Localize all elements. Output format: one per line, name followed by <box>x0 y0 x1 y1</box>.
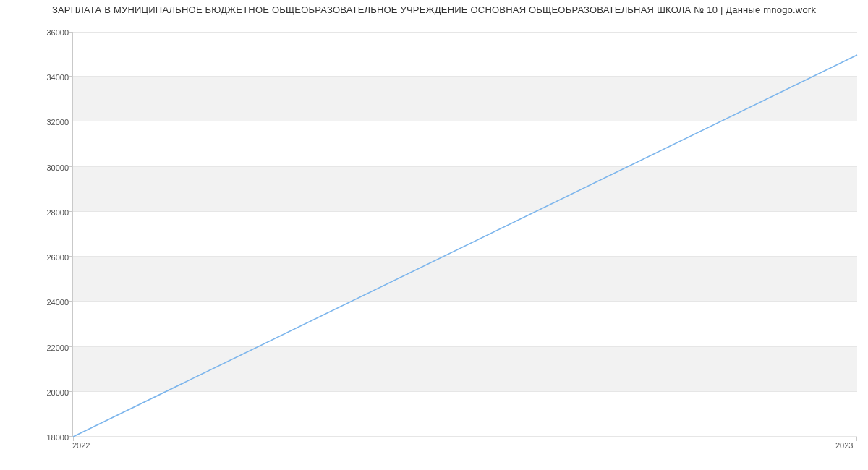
y-tick-label: 36000 <box>11 28 69 37</box>
y-tick-label: 32000 <box>11 118 69 127</box>
y-tick-label: 26000 <box>11 253 69 262</box>
x-tick-label: 2023 <box>835 441 853 450</box>
chart-container: ЗАРПЛАТА В МУНИЦИПАЛЬНОЕ БЮДЖЕТНОЕ ОБЩЕО… <box>0 0 868 470</box>
y-tick-label: 30000 <box>11 163 69 172</box>
chart-title: ЗАРПЛАТА В МУНИЦИПАЛЬНОЕ БЮДЖЕТНОЕ ОБЩЕО… <box>0 4 868 15</box>
y-tick-label: 24000 <box>11 298 69 307</box>
y-tick-label: 18000 <box>11 433 69 442</box>
y-tick-label: 34000 <box>11 73 69 82</box>
plot-area <box>72 33 857 437</box>
line-series <box>73 33 857 437</box>
data-line <box>73 55 857 437</box>
x-tick-label: 2022 <box>72 441 90 450</box>
y-tick-label: 22000 <box>11 343 69 352</box>
y-tick-label: 20000 <box>11 388 69 397</box>
x-tick <box>73 437 74 441</box>
x-tick <box>856 437 857 441</box>
y-tick-label: 28000 <box>11 208 69 217</box>
